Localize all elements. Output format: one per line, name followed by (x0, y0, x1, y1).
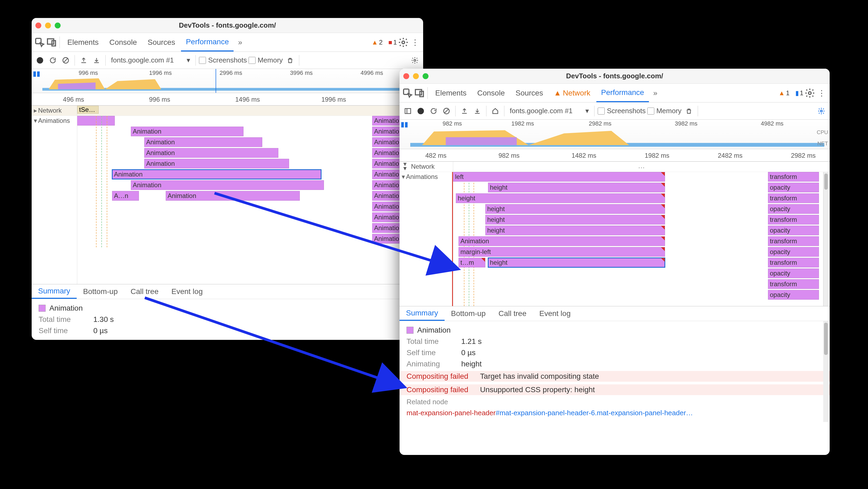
anim-bar[interactable]: margin-left (459, 247, 665, 257)
tab-sources[interactable]: Sources (143, 33, 180, 52)
tab-performance[interactable]: Performance (596, 84, 649, 102)
anim-bar[interactable]: opacity (768, 290, 819, 300)
anim-bar[interactable]: Animation (112, 170, 321, 179)
scrollbar[interactable] (823, 172, 829, 306)
anim-bar[interactable]: transform (768, 172, 819, 182)
anim-bar[interactable]: transform (768, 193, 819, 203)
network-track-head[interactable]: ▸ Network (400, 162, 453, 172)
issues-badge[interactable]: ▲1 ▮1 (778, 89, 803, 97)
tab-console[interactable]: Console (472, 84, 510, 102)
overview-handle[interactable] (216, 69, 216, 93)
tab-network[interactable]: ▲Network (549, 84, 595, 102)
anim-bar[interactable]: opacity (768, 247, 819, 257)
clear-button[interactable] (441, 105, 452, 117)
screenshots-checkbox[interactable]: Screenshots (199, 56, 247, 64)
memory-checkbox[interactable]: Memory (249, 56, 283, 64)
screenshots-checkbox[interactable]: Screenshots (598, 107, 646, 115)
anim-bar[interactable]: opacity (768, 269, 819, 278)
memory-checkbox[interactable]: Memory (647, 107, 682, 115)
clear-button[interactable] (60, 55, 71, 66)
dock-icon[interactable] (402, 105, 413, 117)
reload-record-button[interactable] (428, 105, 439, 117)
close-icon[interactable] (35, 23, 41, 28)
anim-bar[interactable]: height (488, 183, 665, 192)
settings-icon[interactable] (804, 88, 815, 98)
anim-bar[interactable]: opacity (768, 204, 819, 214)
close-icon[interactable] (403, 73, 409, 79)
gc-icon[interactable] (284, 55, 296, 66)
network-track-row[interactable]: Network tSe… (32, 106, 423, 116)
flame-chart[interactable]: transformopacitytransformopacitytransfor… (453, 172, 830, 306)
inspect-icon[interactable] (402, 88, 413, 98)
download-icon[interactable] (472, 105, 483, 117)
more-tabs-icon[interactable]: » (650, 88, 661, 98)
anim-bar[interactable]: transform (768, 215, 819, 224)
tab-bottom-up[interactable]: Bottom-up (77, 284, 124, 299)
download-icon[interactable] (91, 55, 102, 66)
tab-event-log[interactable]: Event log (165, 284, 209, 299)
minimize-icon[interactable] (413, 73, 419, 79)
flame-chart[interactable]: imation AnimationAnimationAnimationAnima… (77, 116, 423, 247)
tab-elements[interactable]: Elements (62, 33, 103, 52)
device-icon[interactable] (414, 88, 425, 98)
record-button[interactable] (34, 55, 45, 66)
anim-bar[interactable]: opacity (768, 225, 819, 235)
tab-bottom-up[interactable]: Bottom-up (444, 306, 492, 321)
upload-icon[interactable] (78, 55, 89, 66)
anim-bar[interactable]: height (485, 225, 665, 235)
zoom-icon[interactable] (55, 23, 61, 28)
anim-bar[interactable]: Animation (166, 191, 300, 201)
device-icon[interactable] (46, 37, 57, 48)
zoom-icon[interactable] (423, 73, 429, 79)
net-bar[interactable]: tSe… (77, 106, 99, 114)
kebab-icon[interactable]: ⋮ (816, 88, 827, 98)
anim-bar[interactable]: t…m (459, 258, 485, 268)
time-ruler[interactable]: 482 ms 982 ms 1482 ms 1982 ms 2482 ms 29… (400, 149, 830, 161)
capture-settings-icon[interactable] (409, 55, 421, 66)
titlebar[interactable]: DevTools - fonts.google.com/ (32, 18, 423, 33)
animations-track-head[interactable]: Animations (32, 116, 77, 284)
anim-bar[interactable]: A…n (112, 191, 139, 201)
record-button[interactable] (415, 105, 426, 117)
tab-summary[interactable]: Summary (400, 306, 444, 321)
tab-summary[interactable]: Summary (32, 284, 77, 299)
anim-bar[interactable]: Animation (459, 236, 665, 246)
tab-sources[interactable]: Sources (510, 84, 548, 102)
anim-bar[interactable]: height (485, 215, 665, 224)
anim-bar[interactable]: opacity (768, 183, 819, 192)
issues-badge[interactable]: ▲2 ■1 (372, 39, 397, 46)
anim-bar[interactable]: transform (768, 279, 819, 289)
overview-timeline[interactable]: ▮▮ 996 ms 1996 ms 2996 ms 3996 ms 4996 m… (32, 69, 423, 106)
anim-bar[interactable]: Animation (144, 148, 278, 158)
upload-icon[interactable] (459, 105, 470, 117)
anim-bar[interactable]: height (485, 204, 665, 214)
anim-bar[interactable]: Animation (144, 137, 262, 147)
more-tabs-icon[interactable]: » (235, 37, 245, 48)
recording-select[interactable]: fonts.google.com #1▾ (507, 107, 591, 115)
time-ruler[interactable]: 496 ms 996 ms 1496 ms 1996 ms 2496 ms (32, 93, 423, 105)
tab-elements[interactable]: Elements (430, 84, 471, 102)
tab-call-tree[interactable]: Call tree (124, 284, 165, 299)
scrollbar[interactable] (823, 321, 829, 422)
recording-select[interactable]: fonts.google.com #1▾ (109, 56, 192, 64)
related-node-link[interactable]: mat-expansion-panel-header#mat-expansion… (406, 409, 823, 417)
inspect-icon[interactable] (34, 37, 45, 48)
animations-track-head[interactable]: Animations (400, 172, 453, 306)
tab-console[interactable]: Console (104, 33, 142, 52)
network-track-head[interactable]: Network (32, 106, 77, 116)
anim-bar[interactable]: left (453, 172, 665, 182)
kebab-icon[interactable]: ⋮ (410, 37, 421, 48)
minimize-icon[interactable] (45, 23, 51, 28)
tab-call-tree[interactable]: Call tree (492, 306, 533, 321)
anim-bar[interactable]: height (488, 258, 665, 268)
capture-settings-icon[interactable] (816, 105, 827, 117)
anim-bar[interactable]: Animation (144, 159, 289, 169)
gc-icon[interactable] (683, 105, 694, 117)
tab-performance[interactable]: Performance (181, 33, 234, 52)
titlebar[interactable]: DevTools - fonts.google.com/ (400, 69, 830, 84)
home-icon[interactable] (490, 105, 501, 117)
anim-bar[interactable]: Animation (131, 180, 324, 190)
network-track-row[interactable]: ▸ Network … (400, 162, 830, 172)
anim-bar[interactable]: height (456, 193, 665, 203)
anim-bar[interactable]: Animation (131, 127, 244, 136)
